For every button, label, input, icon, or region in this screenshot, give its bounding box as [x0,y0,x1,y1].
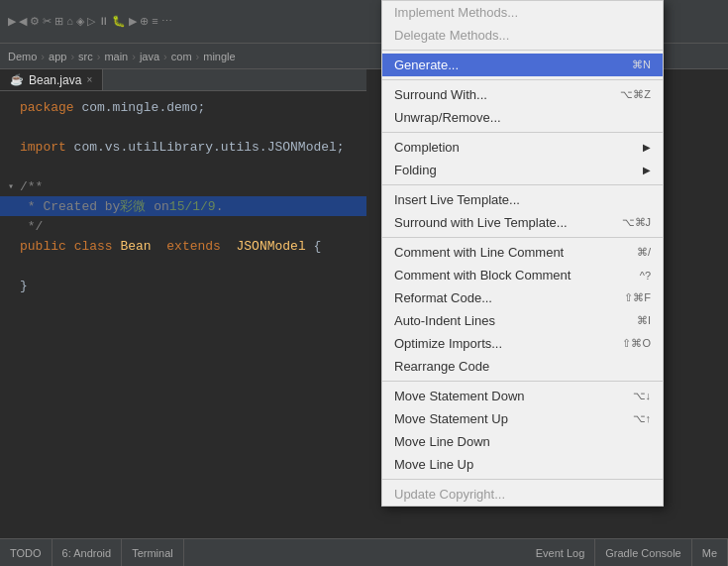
menu-shortcut-move-statement-up: ⌥↑ [633,412,652,425]
code-line-1: package com.mingle.demo; [0,97,366,117]
menu-sep-6 [382,381,663,382]
menu-sep-5 [382,237,663,238]
menu-label-unwrap-remove: Unwrap/Remove... [394,110,631,125]
menu-sep-2 [382,79,663,80]
kw-public: public [20,239,66,254]
code-line-2 [0,117,366,137]
menu-item-comment-block[interactable]: Comment with Block Comment ^? [382,264,663,286]
menu-item-surround-with[interactable]: Surround With... ⌥⌘Z [382,83,663,106]
menu-item-move-statement-down[interactable]: Move Statement Down ⌥↓ [382,385,663,407]
space4 [221,239,237,254]
menu-label-optimize-imports: Optimize Imports... [394,336,602,351]
nav-src-label: src [78,51,93,62]
nav-mingle-label: mingle [203,51,235,62]
menu-label-move-statement-down: Move Statement Down [394,389,613,403]
menu-item-folding[interactable]: Folding ▶ [382,159,663,181]
menu-item-delegate-methods[interactable]: Delegate Methods... [382,24,663,47]
nav-demo[interactable]: Demo [8,51,37,62]
menu-label-move-line-up: Move Line Up [394,457,631,472]
menu-sep-3 [382,132,663,133]
menu-label-implement-methods: Implement Methods... [394,5,631,20]
menu-label-move-line-down: Move Line Down [394,434,631,449]
code-line-9 [0,256,366,276]
nav-sep-5: › [163,51,167,62]
nav-com-label: com [171,51,192,62]
parent-class: JSONModel [237,239,306,254]
comment-dot: . [216,199,224,214]
menu-label-insert-live-template: Insert Live Template... [394,192,631,207]
status-android[interactable]: 6: Android [52,539,123,566]
menu-label-move-statement-up: Move Statement Up [394,411,613,426]
menu-item-move-statement-up[interactable]: Move Statement Up ⌥↑ [382,407,663,430]
close-brace: } [20,279,28,293]
menu-shortcut-comment-block: ^? [640,270,651,282]
nav-app-label: app [49,51,66,62]
nav-sep-4: › [132,51,136,62]
menu-label-reformat-code: Reformat Code... [394,290,604,305]
comment-author: 彩微 [120,197,146,215]
menu-item-insert-live-template[interactable]: Insert Live Template... [382,188,663,211]
menu-item-update-copyright[interactable]: Update Copyright... [382,483,663,506]
open-brace: { [306,239,322,254]
menu-shortcut-surround-with: ⌥⌘Z [620,88,651,101]
nav-demo-label: Demo [8,51,37,62]
nav-sep-1: › [41,51,45,62]
menu-sep-7 [382,479,663,480]
nav-main-label: main [104,51,128,62]
menu-arrow-completion: ▶ [643,142,651,153]
nav-java[interactable]: java [140,51,159,62]
code-line-4 [0,157,366,176]
status-terminal-label: Terminal [132,547,173,559]
code-line-5: ▾ /** [0,176,366,196]
menu-item-rearrange-code[interactable]: Rearrange Code [382,355,663,378]
menu-sep-1 [382,50,663,51]
nav-src[interactable]: src [78,51,93,62]
menu-arrow-folding: ▶ [643,165,651,175]
status-todo[interactable]: TODO [0,539,52,566]
menu-item-surround-live-template[interactable]: Surround with Live Template... ⌥⌘J [382,211,663,234]
menu-item-optimize-imports[interactable]: Optimize Imports... ⇧⌘O [382,332,663,355]
menu-item-unwrap-remove[interactable]: Unwrap/Remove... [382,106,663,129]
status-gradle-console[interactable]: Gradle Console [595,539,691,566]
code-line-7: */ [0,216,366,236]
fold-arrow-5: ▾ [8,180,20,192]
menu-label-update-copyright: Update Copyright... [394,487,631,502]
nav-main[interactable]: main [104,51,128,62]
menu-sep-4 [382,184,663,185]
menu-shortcut-generate: ⌘N [632,58,651,71]
context-menu: Implement Methods... Delegate Methods...… [381,0,664,507]
menu-label-comment-line: Comment with Line Comment [394,245,617,260]
code-line-3: import com.vs.utilLibrary.utils.JSONMode… [0,137,366,157]
status-event-log[interactable]: Event Log [526,539,596,566]
nav-app[interactable]: app [49,51,66,62]
menu-label-surround-live-template: Surround with Live Template... [394,215,602,230]
kw-class: class [74,239,113,254]
menu-item-move-line-up[interactable]: Move Line Up [382,453,663,476]
nav-sep-6: › [196,51,200,62]
menu-item-comment-line[interactable]: Comment with Line Comment ⌘/ [382,241,663,264]
status-event-log-label: Event Log [536,547,585,559]
nav-com[interactable]: com [171,51,192,62]
menu-item-auto-indent[interactable]: Auto-Indent Lines ⌘I [382,309,663,332]
toolbar-icons-group: ▶ ◀ ⚙ ✂ ⊞ ⌂ ◈ ▷ ⏸ 🐛 ▶ ⊕ ≡ ⋯ [8,15,172,28]
menu-item-move-line-down[interactable]: Move Line Down [382,430,663,453]
nav-mingle[interactable]: mingle [203,51,235,62]
menu-shortcut-reformat-code: ⇧⌘F [624,291,651,304]
status-android-label: 6: Android [62,547,112,559]
tab-bean-java[interactable]: ☕ Bean.java × [0,69,103,90]
status-terminal[interactable]: Terminal [122,539,184,566]
kw-extends: extends [166,239,221,254]
menu-shortcut-auto-indent: ⌘I [637,314,651,327]
space1 [66,239,74,254]
menu-item-generate[interactable]: Generate... ⌘N [382,54,663,76]
menu-item-reformat-code[interactable]: Reformat Code... ⇧⌘F [382,286,663,309]
toolbar-text: ▶ ◀ ⚙ ✂ ⊞ ⌂ ◈ ▷ ⏸ 🐛 ▶ ⊕ ≡ ⋯ [8,15,172,28]
comment-close: */ [20,219,43,234]
menu-label-surround-with: Surround With... [394,87,600,102]
menu-item-completion[interactable]: Completion ▶ [382,136,663,159]
status-todo-label: TODO [10,547,42,559]
import-text: com.vs.utilLibrary.utils.JSONModel; [66,140,345,155]
tab-close-button[interactable]: × [86,74,92,85]
status-me[interactable]: Me [692,539,728,566]
menu-item-implement-methods[interactable]: Implement Methods... [382,1,663,24]
